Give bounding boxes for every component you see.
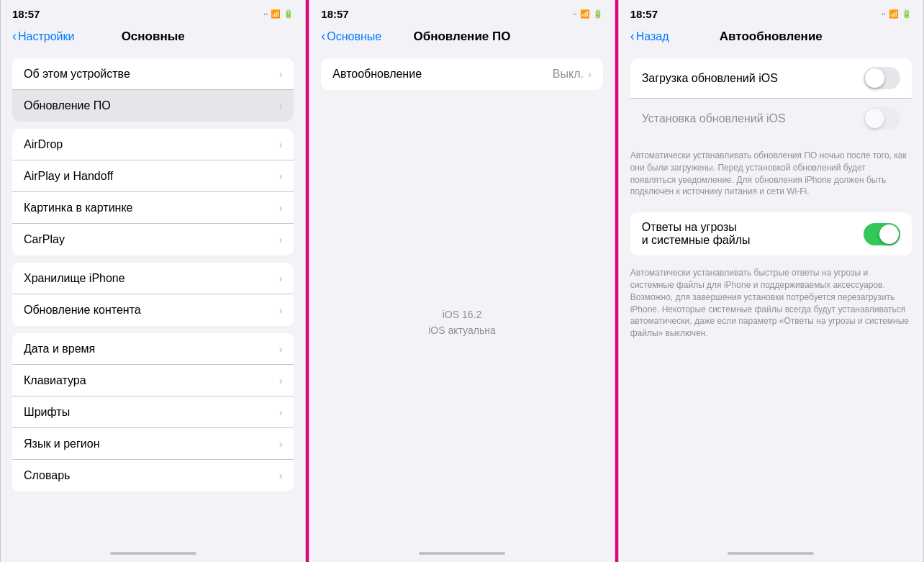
- nav-bar-2: ‹ Основные Обновление ПО: [309, 26, 614, 51]
- wifi-icon-3: 📶: [889, 9, 899, 19]
- ios-status: iOS актуальна: [428, 322, 495, 338]
- section-group-1: Об этом устройстве › Обновление ПО ›: [12, 58, 294, 122]
- status-bar-2: 18:57 ·· 📶 🔋: [309, 0, 614, 26]
- item-software-update[interactable]: Обновление ПО ›: [12, 90, 294, 122]
- chevron-software-update: ›: [279, 100, 283, 112]
- back-chevron-1: ‹: [12, 29, 17, 44]
- nav-bar-3: ‹ Назад Автообновление: [619, 26, 923, 51]
- nav-bar-1: ‹ Настройки Основные: [1, 26, 305, 51]
- item-about[interactable]: Об этом устройстве ›: [12, 58, 294, 90]
- chevron-dictionary: ›: [279, 470, 283, 481]
- content-3: Загрузка обновлений iOS Установка обновл…: [619, 51, 923, 548]
- item-software-update-label: Обновление ПО: [24, 99, 111, 112]
- toggle-section-2: Ответы на угрозы и системные файлы: [630, 212, 912, 255]
- chevron-datetime: ›: [279, 343, 283, 355]
- back-chevron-2: ‹: [321, 29, 325, 44]
- toggle-install-ios-knob: [865, 109, 884, 128]
- item-airplay-label: AirPlay и Handoff: [24, 170, 113, 183]
- item-content-update[interactable]: Обновление контента ›: [12, 294, 294, 326]
- item-carplay-label: CarPlay: [24, 233, 65, 246]
- panel-software-update: 18:57 ·· 📶 🔋 ‹ Основные Обновление ПО Ав…: [309, 0, 615, 562]
- item-carplay[interactable]: CarPlay ›: [12, 224, 294, 255]
- ios-version: iOS 16.2: [443, 307, 481, 322]
- nav-title-2: Обновление ПО: [413, 30, 510, 44]
- item-fonts-label: Шрифты: [24, 406, 70, 419]
- item-airplay-handoff[interactable]: AirPlay и Handoff ›: [12, 160, 294, 192]
- item-about-label: Об этом устройстве: [24, 68, 130, 81]
- panel-autoupdate: 18:57 ·· 📶 🔋 ‹ Назад Автообновление Загр…: [618, 0, 924, 562]
- item-datetime-label: Дата и время: [24, 343, 95, 355]
- chevron-keyboard: ›: [279, 375, 283, 386]
- chevron-autoupdate: ›: [588, 68, 592, 80]
- status-icons-2: ·· 📶 🔋: [573, 9, 603, 19]
- signal-icon-1: ··: [263, 9, 268, 18]
- status-time-2: 18:57: [321, 8, 348, 20]
- section-group-4: Дата и время › Клавиатура › Шрифты › Язы…: [12, 333, 294, 491]
- toggle-security-knob: [879, 225, 899, 244]
- item-dictionary[interactable]: Словарь ›: [12, 460, 294, 491]
- item-keyboard[interactable]: Клавиатура ›: [12, 365, 294, 396]
- status-bar-1: 18:57 ·· 📶 🔋: [1, 0, 305, 26]
- nav-title-1: Основные: [122, 30, 185, 44]
- item-autoupdate-label: Автообновление: [332, 68, 422, 81]
- toggle-security-switch[interactable]: [864, 223, 900, 245]
- back-button-3[interactable]: ‹ Назад: [630, 29, 669, 44]
- chevron-language: ›: [279, 438, 283, 450]
- nav-title-3: Автообновление: [720, 30, 823, 44]
- back-label-2: Основные: [327, 30, 381, 43]
- toggle-download-ios-knob: [865, 68, 884, 88]
- toggle-install-ios[interactable]: Установка обновлений iOS: [630, 99, 912, 138]
- toggle-install-ios-label: Установка обновлений iOS: [642, 112, 864, 125]
- back-label-3: Назад: [636, 30, 669, 43]
- description-1: Автоматически устанавливать обновления П…: [619, 145, 923, 205]
- status-time-1: 18:57: [12, 8, 40, 20]
- chevron-fonts: ›: [279, 407, 283, 418]
- toggle-security-label: Ответы на угрозы и системные файлы: [642, 221, 864, 247]
- item-content-update-label: Обновление контента: [24, 304, 141, 317]
- chevron-about: ›: [279, 68, 283, 80]
- home-indicator-3: [619, 548, 923, 562]
- item-fonts[interactable]: Шрифты ›: [12, 396, 294, 428]
- item-pip-label: Картинка в картинке: [24, 201, 132, 214]
- toggle-download-ios[interactable]: Загрузка обновлений iOS: [630, 58, 912, 99]
- home-bar-2: [419, 552, 505, 555]
- home-indicator-2: [309, 548, 614, 562]
- item-airdrop-label: AirDrop: [24, 138, 63, 151]
- home-indicator-1: [1, 548, 305, 562]
- section-group-autoupdate: Автообновление Выкл. ›: [321, 58, 602, 90]
- item-language-label: Язык и регион: [24, 438, 100, 450]
- battery-icon-3: 🔋: [902, 9, 912, 19]
- signal-icon-3: ··: [882, 9, 886, 18]
- toggle-install-ios-switch[interactable]: [864, 107, 900, 130]
- item-autoupdate[interactable]: Автообновление Выкл. ›: [321, 58, 602, 90]
- status-bar-3: 18:57 ·· 📶 🔋: [619, 0, 923, 26]
- item-dictionary-label: Словарь: [24, 469, 70, 482]
- content-2: Автообновление Выкл. › iOS 16.2 iOS акту…: [309, 51, 614, 548]
- toggle-download-ios-label: Загрузка обновлений iOS: [642, 72, 864, 85]
- item-datetime[interactable]: Дата и время ›: [12, 333, 294, 365]
- toggle-security[interactable]: Ответы на угрозы и системные файлы: [630, 212, 912, 255]
- back-chevron-3: ‹: [630, 29, 635, 44]
- battery-icon-2: 🔋: [593, 9, 603, 19]
- status-time-3: 18:57: [630, 8, 658, 20]
- version-info: iOS 16.2 iOS актуальна: [309, 97, 614, 548]
- item-pip[interactable]: Картинка в картинке ›: [12, 192, 294, 224]
- chevron-pip: ›: [279, 202, 283, 214]
- wifi-icon-2: 📶: [580, 9, 590, 19]
- item-airdrop[interactable]: AirDrop ›: [12, 129, 294, 160]
- status-icons-1: ·· 📶 🔋: [263, 9, 294, 19]
- back-button-1[interactable]: ‹ Настройки: [12, 29, 74, 44]
- description-2: Автоматически устанавливать быстрые отве…: [619, 263, 923, 347]
- battery-icon-1: 🔋: [284, 9, 294, 19]
- section-group-2: AirDrop › AirPlay и Handoff › Картинка в…: [12, 129, 294, 255]
- back-button-2[interactable]: ‹ Основные: [321, 29, 381, 44]
- item-storage[interactable]: Хранилище iPhone ›: [12, 263, 294, 294]
- chevron-airdrop: ›: [279, 139, 283, 150]
- section-group-3: Хранилище iPhone › Обновление контента ›: [12, 263, 294, 326]
- autoupdate-value-container: Выкл. ›: [553, 68, 592, 81]
- chevron-storage: ›: [279, 273, 283, 284]
- item-storage-label: Хранилище iPhone: [24, 272, 125, 285]
- toggle-download-ios-switch[interactable]: [864, 67, 900, 89]
- item-language[interactable]: Язык и регион ›: [12, 428, 294, 460]
- autoupdate-value: Выкл.: [553, 68, 584, 81]
